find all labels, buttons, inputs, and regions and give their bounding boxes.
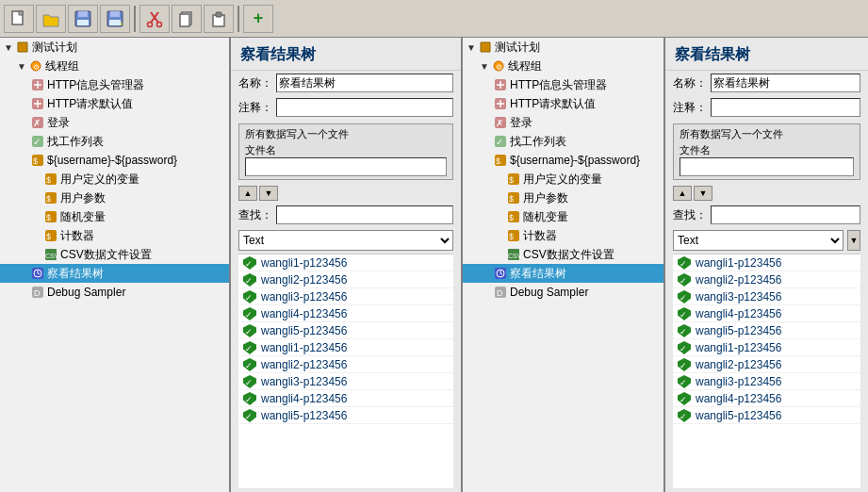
scroll-arrows-right: ▲ ▼ <box>665 184 868 203</box>
scroll-up-left[interactable]: ▲ <box>238 186 257 201</box>
tree-item-worklist2[interactable]: ✓找工作列表 <box>463 132 663 151</box>
scroll-down-left[interactable]: ▼ <box>259 186 278 201</box>
list-item[interactable]: ✓ wangli1-p123456 <box>238 339 453 356</box>
tree-item-random2[interactable]: $随机变量 <box>463 207 663 226</box>
result-status-icon: ✓ <box>242 408 257 423</box>
new-button[interactable] <box>4 5 34 33</box>
list-item[interactable]: ✓ wangli2-p123456 <box>673 271 860 288</box>
save-button[interactable] <box>68 5 98 33</box>
scroll-up-right[interactable]: ▲ <box>673 186 692 201</box>
var-icon: $ <box>43 172 58 187</box>
filename-input-right[interactable] <box>680 157 854 176</box>
result-text: wangli3-p123456 <box>696 375 781 388</box>
list-item[interactable]: ✓ wangli3-p123456 <box>238 373 453 390</box>
tree-label: 计数器 <box>60 228 94 244</box>
list-item[interactable]: ✓ wangli4-p123456 <box>673 390 860 407</box>
add-button[interactable]: + <box>243 5 273 33</box>
search-input-left[interactable] <box>276 205 453 224</box>
saveas-button[interactable]: + <box>100 5 130 33</box>
svg-point-10 <box>148 22 153 26</box>
tree-item-login2[interactable]: ✗登录 <box>463 113 663 132</box>
tree-item-login[interactable]: ✗登录 <box>0 113 229 132</box>
list-item[interactable]: ✓ wangli5-p123456 <box>673 322 860 339</box>
tree-item-uservars2[interactable]: $用户定义的变量 <box>463 170 663 189</box>
search-label-left: 查找： <box>238 207 272 223</box>
result-text: wangli4-p123456 <box>696 392 781 405</box>
tree-item-csv[interactable]: CSVCSV数据文件设置 <box>0 245 229 264</box>
type-select-right[interactable]: Text <box>673 230 843 251</box>
result-status-icon: ✓ <box>242 374 257 389</box>
name-row-right: 名称： <box>665 71 868 95</box>
tree-item-plan[interactable]: ▼测试计划 <box>0 38 229 57</box>
comment-input-right[interactable] <box>711 98 860 117</box>
tree-label: 随机变量 <box>60 209 106 225</box>
copy-button[interactable] <box>172 5 202 33</box>
list-item[interactable]: ✓ wangli1-p123456 <box>238 254 453 271</box>
result-status-icon: ✓ <box>677 323 692 338</box>
result-status-icon: ✓ <box>242 357 257 372</box>
tree-item-http-header[interactable]: HTTP信息头管理器 <box>0 75 229 94</box>
tree-item-http-default2[interactable]: HTTP请求默认值 <box>463 94 663 113</box>
cut-button[interactable] <box>139 5 170 33</box>
tree-label: 测试计划 <box>32 40 77 56</box>
tree-item-userpwd[interactable]: $${username}-${password} <box>0 151 229 170</box>
name-label-left: 名称： <box>238 75 272 91</box>
tree-item-userpwd2[interactable]: $${username}-${password} <box>463 151 663 170</box>
tree-label: ${username}-${password} <box>47 154 177 167</box>
list-item[interactable]: ✓ wangli2-p123456 <box>673 356 860 373</box>
tree-item-uservars[interactable]: $用户定义的变量 <box>0 170 229 189</box>
open-button[interactable] <box>36 5 66 33</box>
var-icon: $ <box>493 153 508 168</box>
list-item[interactable]: ✓ wangli4-p123456 <box>238 390 453 407</box>
result-status-icon: ✓ <box>677 306 692 321</box>
list-item[interactable]: ✓ wangli2-p123456 <box>238 271 453 288</box>
search-input-right[interactable] <box>711 205 860 224</box>
comment-input-left[interactable] <box>276 98 453 117</box>
tree-label: HTTP信息头管理器 <box>510 77 607 93</box>
tree-item-threadgroup2[interactable]: ▼⚙线程组 <box>463 57 663 75</box>
separator-1 <box>134 6 136 32</box>
list-item[interactable]: ✓ wangli3-p123456 <box>238 288 453 305</box>
tree-item-counter[interactable]: $计数器 <box>0 226 229 245</box>
svg-text:✓: ✓ <box>245 310 253 320</box>
results-panel-left: 察看结果树 名称： 注释： 所有数据写入一个文件 文件名 ▲ ▼ 查找： <box>231 38 461 492</box>
tree-label: 登录 <box>47 115 70 131</box>
list-item[interactable]: ✓ wangli5-p123456 <box>238 322 453 339</box>
list-item[interactable]: ✓ wangli3-p123456 <box>673 288 860 305</box>
tree-item-threadgroup[interactable]: ▼⚙线程组 <box>0 57 229 75</box>
svg-text:D: D <box>34 288 41 298</box>
tree-item-http-header2[interactable]: HTTP信息头管理器 <box>463 75 663 94</box>
svg-rect-5 <box>110 11 120 17</box>
tree-item-http-default[interactable]: HTTP请求默认值 <box>0 94 229 113</box>
panel-title-right: 察看结果树 <box>665 38 868 71</box>
tree-item-userparams2[interactable]: $用户参数 <box>463 189 663 207</box>
tree-item-watch[interactable]: 察看结果树 <box>0 264 229 283</box>
tree-item-counter2[interactable]: $计数器 <box>463 226 663 245</box>
list-item[interactable]: ✓ wangli1-p123456 <box>673 339 860 356</box>
list-item[interactable]: ✓ wangli5-p123456 <box>238 407 453 424</box>
list-item[interactable]: ✓ wangli2-p123456 <box>238 356 453 373</box>
list-item[interactable]: ✓ wangli4-p123456 <box>238 305 453 322</box>
dropdown-arrow-right[interactable]: ▼ <box>847 230 860 251</box>
filename-input-left[interactable] <box>245 157 447 176</box>
tree-item-plan2[interactable]: ▼测试计划 <box>463 38 663 57</box>
name-input-left[interactable] <box>276 74 453 92</box>
tree-item-userparams[interactable]: $用户参数 <box>0 189 229 207</box>
tree-item-worklist[interactable]: ✓找工作列表 <box>0 132 229 151</box>
name-input-right[interactable] <box>711 74 860 92</box>
tree-item-watch2[interactable]: 察看结果树 <box>463 264 663 283</box>
list-item[interactable]: ✓ wangli4-p123456 <box>673 305 860 322</box>
tree-label: 找工作列表 <box>510 134 566 150</box>
tree-item-random[interactable]: $随机变量 <box>0 207 229 226</box>
tree-item-debug2[interactable]: DDebug Sampler <box>463 283 663 302</box>
list-item[interactable]: ✓ wangli3-p123456 <box>673 373 860 390</box>
tree-label: Debug Sampler <box>47 286 125 299</box>
tree-item-debug[interactable]: DDebug Sampler <box>0 283 229 302</box>
type-select-left[interactable]: Text <box>238 230 453 251</box>
tree-item-csv2[interactable]: CSVCSV数据文件设置 <box>463 245 663 264</box>
paste-button[interactable] <box>204 5 234 33</box>
list-item[interactable]: ✓ wangli5-p123456 <box>673 407 860 424</box>
svg-text:✓: ✓ <box>680 395 687 404</box>
list-item[interactable]: ✓ wangli1-p123456 <box>673 254 860 271</box>
scroll-down-right[interactable]: ▼ <box>694 186 712 201</box>
